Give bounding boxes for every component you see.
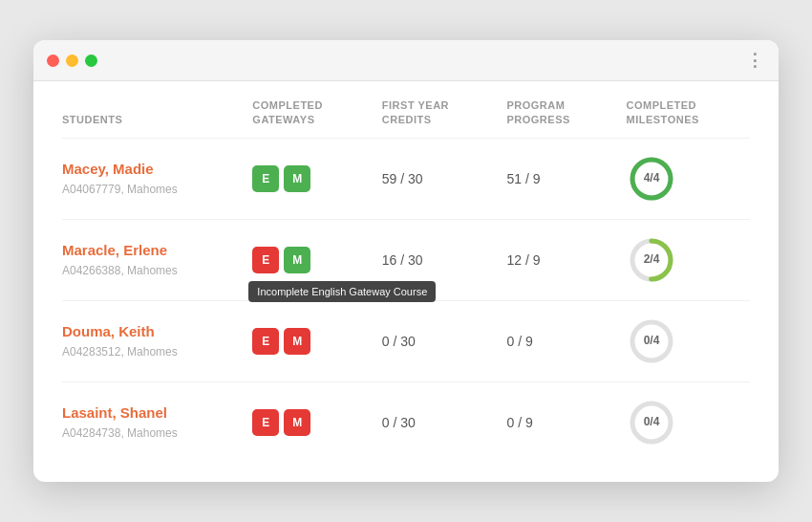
table-header-row: STUDENTS COMPLETEDGATEWAYS FIRST YEARCRE… [62,81,750,138]
gateway-badge-e[interactable]: E [252,165,279,192]
students-table-wrapper: STUDENTS COMPLETEDGATEWAYS FIRST YEARCRE… [62,81,750,463]
minimize-button[interactable] [66,54,78,67]
milestones-cell: 2/4 [617,220,751,300]
gateway-badge-m[interactable]: M [284,328,310,355]
student-info: A04067779, Mahomes [62,183,178,196]
student-name[interactable]: Lasaint, Shanel [62,404,233,421]
milestone-donut: 0/4 [627,398,676,447]
progress-cell: 51 / 9 [497,138,616,219]
gateways-cell: EM [243,138,372,219]
progress-cell: 0 / 9 [497,300,616,381]
milestone-donut: 0/4 [627,316,676,366]
gateway-badges: EM [252,409,362,436]
milestone-value: 4/4 [643,171,659,185]
close-button[interactable] [47,54,59,67]
more-options-icon[interactable]: ⋮ [746,50,765,71]
gateways-cell: EMIncomplete English Gateway Course [243,219,372,300]
student-cell: Douma, Keith A04283512, Mahomes [62,300,243,381]
table-row: Lasaint, Shanel A04284738, Mahomes EM0 /… [62,381,750,463]
col-header-students: STUDENTS [62,81,243,138]
maximize-button[interactable] [85,54,97,67]
student-cell: Macey, Madie A04067779, Mahomes [62,138,243,219]
gateway-badge-e[interactable]: E [252,247,279,273]
student-info: A04284738, Mahomes [62,426,178,440]
milestones-cell: 0/4 [617,382,751,463]
student-name[interactable]: Maracle, Erlene [62,242,233,258]
milestone-donut: 4/4 [627,154,676,204]
progress-cell: 0 / 9 [497,381,616,463]
student-info: A04283512, Mahomes [62,345,178,359]
milestones-cell: 4/4 [617,139,751,219]
gateway-badge-e[interactable]: E [252,328,279,355]
progress-cell: 12 / 9 [497,219,616,300]
credits-cell: 0 / 30 [373,381,498,463]
milestones-cell: 0/4 [617,301,751,381]
credits-cell: 59 / 30 [373,138,498,219]
gateways-cell: EM [243,300,372,381]
main-content: STUDENTS COMPLETEDGATEWAYS FIRST YEARCRE… [33,81,779,482]
gateway-badge-m[interactable]: M [284,165,310,192]
gateway-badge-e[interactable]: E [252,409,279,436]
col-header-credits: FIRST YEARCREDITS [373,81,498,138]
student-cell: Lasaint, Shanel A04284738, Mahomes [62,381,243,463]
student-name[interactable]: Macey, Madie [62,161,233,177]
table-row: Macey, Madie A04067779, Mahomes EM59 / 3… [62,138,750,219]
student-cell: Maracle, Erlene A04266388, Mahomes [62,219,243,300]
gateway-badges: EM [252,165,362,192]
milestone-value: 0/4 [643,334,659,347]
milestone-value: 0/4 [643,415,659,428]
table-row: Douma, Keith A04283512, Mahomes EM0 / 30… [62,300,750,381]
milestone-donut: 2/4 [627,235,676,285]
credits-cell: 16 / 30 [373,219,498,300]
credits-cell: 0 / 30 [373,300,498,381]
student-name[interactable]: Douma, Keith [62,323,233,339]
student-info: A04266388, Mahomes [62,264,178,277]
gateway-badge-m[interactable]: M [284,409,310,436]
col-header-progress: PROGRAMPROGRESS [497,81,616,138]
col-header-milestones: COMPLETEDMILESTONES [617,81,751,138]
gateway-badges: EM [252,328,362,355]
gateway-badge-m[interactable]: M [284,247,310,273]
titlebar: ⋮ [33,40,779,81]
gateway-badges: EMIncomplete English Gateway Course [252,247,362,273]
traffic-lights [47,54,97,67]
students-table: STUDENTS COMPLETEDGATEWAYS FIRST YEARCRE… [62,81,750,463]
app-window: ⋮ STUDENTS COMPLETEDGATEWAYS FIRST YEARC… [33,40,779,482]
col-header-gateways: COMPLETEDGATEWAYS [243,81,372,138]
gateways-cell: EM [243,381,372,463]
milestone-value: 2/4 [643,252,659,266]
table-row: Maracle, Erlene A04266388, Mahomes EMInc… [62,219,750,300]
